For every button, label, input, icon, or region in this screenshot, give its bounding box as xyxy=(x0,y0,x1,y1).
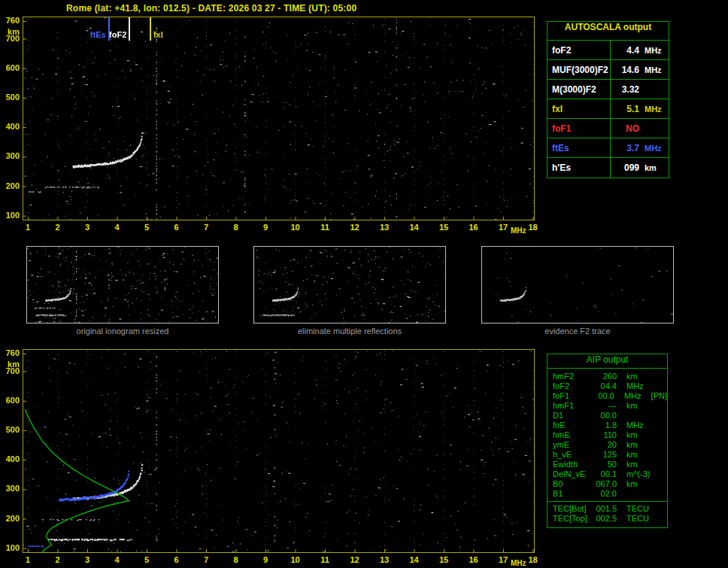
height-tick-label: 760 xyxy=(2,16,20,25)
aip-unit: m^(-3) xyxy=(626,469,654,479)
aip-param: TEC[Bot] xyxy=(548,504,591,514)
freq-tick-label: 13 xyxy=(376,223,393,232)
freq-tick-label: 11 xyxy=(317,555,333,564)
aip-unit: km xyxy=(626,479,654,489)
autoscala-row: foF24.4MHz xyxy=(548,41,669,60)
marker-line-fxI xyxy=(150,17,151,41)
height-tick-label: 400 xyxy=(2,454,20,463)
aip-param: foE xyxy=(548,421,591,430)
freq-tick-label: 17 xyxy=(495,555,511,564)
autoscala-param: M(3000)F2 xyxy=(548,80,611,99)
aip-unit: km xyxy=(626,372,654,381)
aip-value: 1.8 xyxy=(591,421,617,430)
autoscala-param: foF1 xyxy=(548,119,611,138)
height-tick-label: 500 xyxy=(2,425,20,434)
autoscala-value-number: 14.6 xyxy=(611,65,639,75)
freq-tick-label: 2 xyxy=(50,223,66,232)
thumbnail-caption-original: original ionogram resized xyxy=(26,327,219,336)
aip-param: foF2 xyxy=(548,381,591,391)
autoscala-value-number: 5.1 xyxy=(611,104,639,114)
aip-unit: km xyxy=(626,440,654,450)
km-axis-label: km xyxy=(3,360,20,369)
freq-tick-label: 4 xyxy=(109,555,126,564)
aip-param: D1 xyxy=(548,411,591,421)
freq-tick-label: 2 xyxy=(50,555,66,564)
autoscala-value-unit: MHz xyxy=(645,46,669,55)
freq-tick-label: 15 xyxy=(435,223,452,232)
aip-note: [PN] xyxy=(651,391,667,401)
aip-param: B0 xyxy=(548,479,591,489)
autoscala-table-title: AUTOSCALA output xyxy=(548,22,669,41)
freq-tick-label: 15 xyxy=(435,555,452,564)
aip-row: DelN_vE00.1m^(-3) xyxy=(548,469,667,479)
autoscala-output-table: AUTOSCALA output foF24.4MHzMUF(3000)F214… xyxy=(547,21,669,178)
autoscala-value: 5.1MHz xyxy=(611,104,669,114)
aip-param: TEC[Top] xyxy=(548,514,591,524)
freq-tick-label: 7 xyxy=(198,555,214,564)
autoscala-param: foF2 xyxy=(548,41,611,59)
aip-value: 20 xyxy=(591,440,617,450)
aip-row: hmF1---km xyxy=(548,401,667,411)
autoscala-value-number: 099 xyxy=(611,163,639,173)
freq-tick-label: 6 xyxy=(168,223,185,232)
aip-output-table: AIP output hmF2260kmfoF204.4MHzfoF100.0M… xyxy=(547,354,668,528)
freq-tick-label: 10 xyxy=(287,223,304,232)
freq-tick-label: 16 xyxy=(466,555,482,564)
freq-tick-label: 8 xyxy=(228,555,244,564)
thumbnail-cleaned-canvas xyxy=(254,247,445,323)
thumbnail-f2-trace xyxy=(481,246,674,323)
autoscala-value-unit: MHz xyxy=(645,65,669,74)
height-tick-label: 600 xyxy=(2,63,20,72)
aip-unit: km xyxy=(626,450,654,460)
freq-tick-label: 1 xyxy=(20,223,36,232)
height-tick-label: 500 xyxy=(2,93,20,102)
aip-param: Ewidth xyxy=(548,460,591,469)
freq-tick-label: 18 xyxy=(525,555,541,564)
autoscala-row: ftEs3.7MHz xyxy=(548,138,669,158)
aip-param: ymE xyxy=(548,440,591,450)
height-tick-label: 300 xyxy=(2,151,20,160)
aip-table-title: AIP output xyxy=(548,354,667,369)
thumbnail-caption-cleaned: eliminate multiple reflections xyxy=(253,327,446,336)
autoscala-param: ftEs xyxy=(548,138,611,157)
autoscala-value: 3.7MHz xyxy=(611,143,669,153)
freq-tick-label: 17 xyxy=(495,223,511,232)
freq-tick-label: 6 xyxy=(168,555,185,564)
aip-row: ymE20km xyxy=(548,440,667,450)
aip-value: 067.0 xyxy=(591,479,617,489)
aip-unit: MHz xyxy=(626,381,654,391)
height-tick-label: 600 xyxy=(2,396,20,405)
autoscala-param: h'Es xyxy=(548,158,611,178)
aip-unit: km xyxy=(626,460,654,469)
aip-param: B1 xyxy=(548,489,591,499)
autoscala-value-number: 4.4 xyxy=(611,45,639,56)
aip-value: 125 xyxy=(591,450,617,460)
km-axis-label: km xyxy=(3,27,20,36)
aip-row: foF204.4MHz xyxy=(548,381,667,391)
aip-value: 260 xyxy=(591,372,617,381)
aip-row: hmF2260km xyxy=(548,372,667,381)
autoscala-value: 099km xyxy=(611,163,669,173)
aip-row: B0067.0km xyxy=(548,479,667,489)
page-title: Rome (lat: +41.8, lon: 012.5) - DATE: 20… xyxy=(66,3,356,14)
aip-unit xyxy=(626,411,654,421)
aip-value: 110 xyxy=(591,430,617,440)
freq-tick-label: 18 xyxy=(525,223,541,232)
aip-param: hmE xyxy=(548,430,591,440)
autoscala-table-rows: foF24.4MHzMUF(3000)F214.6MHzM(3000)F23.3… xyxy=(548,41,669,178)
autoscala-value: 3.32 xyxy=(611,84,669,95)
freq-tick-label: 1 xyxy=(20,555,36,564)
freq-tick-label: 5 xyxy=(138,223,155,232)
aip-table-rows: hmF2260kmfoF204.4MHzfoF100.0MHz[PN]hmF1-… xyxy=(548,372,667,499)
freq-tick-label: 13 xyxy=(376,555,393,564)
marker-label-fxI: fxI xyxy=(153,30,163,39)
top-ionogram-plot xyxy=(23,17,535,220)
aip-value: 001.5 xyxy=(591,504,617,514)
aip-value: --- xyxy=(591,401,617,411)
autoscala-row: MUF(3000)F214.6MHz xyxy=(548,60,669,80)
autoscala-row: fxI5.1MHz xyxy=(548,99,669,119)
aip-row: Ewidth50km xyxy=(548,460,667,469)
marker-label-foF2: foF2 xyxy=(104,30,126,39)
autoscala-row: foF1NO xyxy=(548,119,669,138)
aip-value: 02.0 xyxy=(591,489,617,499)
